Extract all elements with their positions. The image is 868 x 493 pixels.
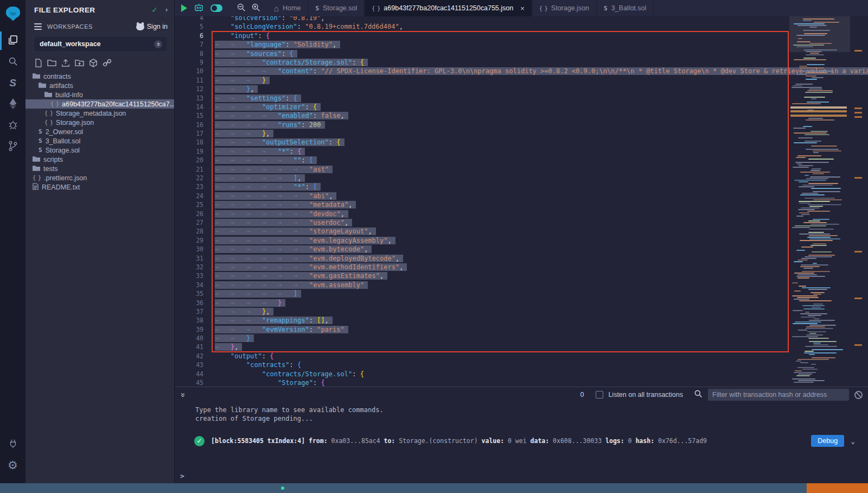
line-number[interactable]: 29: [175, 236, 203, 245]
listen-checkbox[interactable]: [596, 391, 603, 399]
plugin-manager-icon[interactable]: [0, 435, 25, 452]
code-line[interactable]: 25→→→→→→"metadata",: [175, 200, 789, 209]
code-line[interactable]: 6"input": {: [175, 31, 789, 40]
code-line[interactable]: 15→→→→"enabled": false,: [175, 111, 789, 120]
code-line[interactable]: 39→→→"evmVersion": "paris": [175, 325, 789, 334]
code-line[interactable]: 27→→→→→→"userdoc",: [175, 218, 789, 227]
file-tree-item[interactable]: { }Storage.json: [25, 118, 174, 127]
run-script-button[interactable]: [181, 4, 187, 12]
line-number[interactable]: 11: [175, 76, 203, 85]
code-line[interactable]: 10→→→→"content": "// SPDX-License-Identi…: [175, 67, 789, 75]
line-number[interactable]: 18: [175, 138, 203, 147]
line-number[interactable]: 27: [175, 218, 203, 227]
line-number[interactable]: 42: [175, 352, 203, 361]
file-explorer-icon[interactable]: [0, 31, 25, 48]
line-number[interactable]: 40: [175, 334, 203, 343]
upload-folder-icon[interactable]: [75, 59, 84, 67]
line-number[interactable]: 30: [175, 245, 203, 254]
minimap[interactable]: [789, 16, 850, 387]
file-tree-item[interactable]: S3_Ballot.sol: [25, 136, 174, 146]
zoom-out-icon[interactable]: [237, 3, 246, 14]
terminal-prompt[interactable]: >: [180, 472, 184, 480]
code-line[interactable]: 43"contracts": {: [175, 361, 789, 369]
editor-tab[interactable]: { }a69b43f277ba20fcac141151250ca755.json…: [365, 0, 532, 16]
code-line[interactable]: 11→→→}: [175, 76, 789, 85]
file-tree-item[interactable]: tests: [25, 164, 174, 173]
line-number[interactable]: 38: [175, 316, 203, 325]
line-number[interactable]: 35: [175, 289, 203, 298]
sign-in-button[interactable]: Sign in: [136, 23, 168, 30]
line-number[interactable]: 17: [175, 129, 203, 138]
code-line[interactable]: 19→→→→"*": {: [175, 147, 789, 156]
zoom-in-icon[interactable]: [251, 3, 260, 14]
copilot-toggle[interactable]: [210, 4, 222, 12]
line-number[interactable]: 20: [175, 156, 203, 165]
line-number[interactable]: 36: [175, 299, 203, 307]
file-tree-item[interactable]: scripts: [25, 155, 174, 164]
code-line[interactable]: 4"solcVersion": "0.8.19",: [175, 16, 789, 22]
code-line[interactable]: 12→→},: [175, 85, 789, 93]
file-tree-item[interactable]: artifacts: [25, 81, 174, 90]
line-number[interactable]: 6: [175, 31, 203, 40]
code-line[interactable]: 44"contracts/Storage.sol": {: [175, 370, 789, 378]
debugger-icon[interactable]: [0, 116, 25, 132]
line-number[interactable]: 44: [175, 370, 203, 378]
code-line[interactable]: 45"Storage": {: [175, 378, 789, 387]
code-line[interactable]: 42"output": {: [175, 352, 789, 361]
upload-file-icon[interactable]: [61, 59, 70, 67]
code-editor[interactable]: 4"solcVersion": "0.8.19",5"solcLongVersi…: [175, 16, 868, 387]
line-number[interactable]: 37: [175, 307, 203, 316]
code-line[interactable]: 8→→"sources": {: [175, 49, 789, 58]
code-line[interactable]: 30→→→→→→"evm.bytecode",: [175, 245, 789, 254]
remix-logo[interactable]: [0, 3, 25, 24]
code-line[interactable]: 5"solcLongVersion": "0.8.19+commit.7dd6d…: [175, 22, 789, 31]
code-line[interactable]: 38→→→"remappings": [],: [175, 316, 789, 325]
file-tree-item[interactable]: S2_Owner.sol: [25, 127, 174, 136]
line-number[interactable]: 45: [175, 378, 203, 387]
line-number[interactable]: 5: [175, 22, 203, 31]
code-line[interactable]: 23→→→→→"*": [: [175, 182, 789, 191]
line-number[interactable]: 24: [175, 192, 203, 200]
status-alert-badge[interactable]: [807, 483, 868, 493]
line-number[interactable]: 4: [175, 16, 203, 22]
collapse-panel-icon[interactable]: ›: [165, 6, 168, 14]
code-line[interactable]: 31→→→→→→"evm.deployedBytecode",: [175, 254, 789, 263]
code-line[interactable]: 36→→→→}: [175, 299, 789, 307]
line-number[interactable]: 26: [175, 210, 203, 218]
line-number[interactable]: 28: [175, 227, 203, 236]
line-number[interactable]: 16: [175, 121, 203, 129]
file-tree-item[interactable]: { }Storage_metadata.json: [25, 109, 174, 118]
code-line[interactable]: 28→→→→→→"storageLayout",: [175, 227, 789, 236]
line-number[interactable]: 43: [175, 361, 203, 369]
solidity-compiler-icon[interactable]: S: [0, 75, 25, 91]
code-line[interactable]: 9→→→"contracts/Storage.sol": {: [175, 58, 789, 67]
code-line[interactable]: 26→→→→→→"devdoc",: [175, 210, 789, 218]
box-icon[interactable]: [89, 59, 98, 67]
code-line[interactable]: 21→→→→→→"ast": [175, 165, 789, 174]
ai-assistant-icon[interactable]: [194, 3, 204, 14]
line-number[interactable]: 10: [175, 67, 203, 75]
terminal-search-icon[interactable]: [694, 389, 703, 400]
code-line[interactable]: 18→→→"outputSelection": {: [175, 138, 789, 147]
line-number[interactable]: 31: [175, 254, 203, 263]
code-line[interactable]: 33→→→→→→"evm.gasEstimates",: [175, 271, 789, 280]
line-number[interactable]: 39: [175, 325, 203, 334]
file-tree-item[interactable]: { }.prettierrc.json: [25, 173, 174, 182]
expand-transaction-icon[interactable]: ⌄: [851, 437, 855, 445]
code-line[interactable]: 29→→→→→→"evm.legacyAssembly",: [175, 236, 789, 245]
line-number[interactable]: 21: [175, 165, 203, 174]
line-number[interactable]: 22: [175, 174, 203, 182]
code-line[interactable]: 32→→→→→→"evm.methodIdentifiers",: [175, 263, 789, 271]
code-line[interactable]: 7→→"language": "Solidity",: [175, 40, 789, 49]
line-number[interactable]: 25: [175, 200, 203, 209]
link-icon[interactable]: [103, 59, 112, 67]
code-line[interactable]: 14→→→"optimizer": {: [175, 103, 789, 111]
line-number[interactable]: 33: [175, 271, 203, 280]
git-icon[interactable]: [0, 138, 25, 154]
line-number[interactable]: 41: [175, 343, 203, 351]
transaction-row[interactable]: ✓ [block:5583405 txIndex:4] from: 0xa03.…: [194, 435, 863, 447]
file-tree-item[interactable]: build-info: [25, 90, 174, 99]
line-number[interactable]: 23: [175, 182, 203, 191]
line-number[interactable]: 13: [175, 94, 203, 103]
terminal-collapse-icon[interactable]: »: [179, 393, 188, 397]
